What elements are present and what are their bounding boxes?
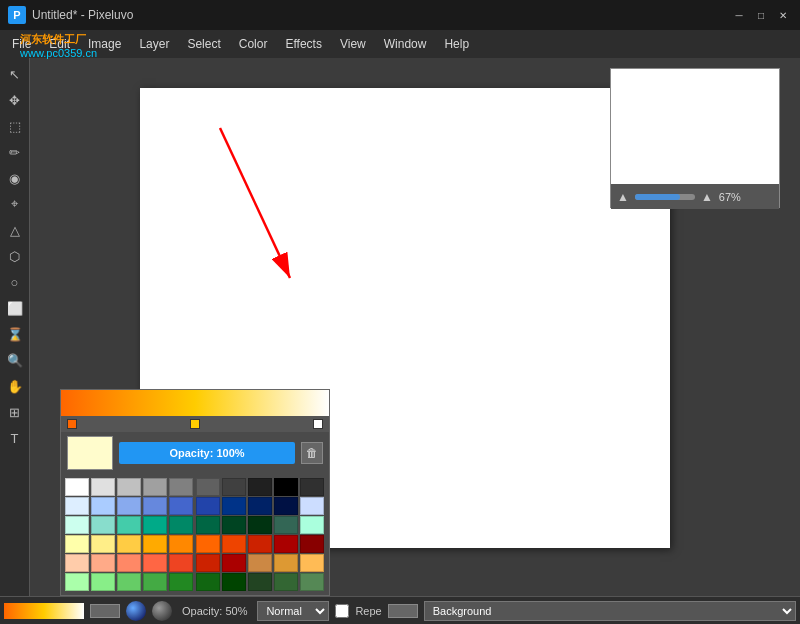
tool-button[interactable]: 🔍 bbox=[3, 348, 27, 372]
tool-button[interactable]: ◉ bbox=[3, 166, 27, 190]
color-swatch[interactable] bbox=[169, 554, 193, 572]
color-swatch[interactable] bbox=[117, 554, 141, 572]
color-swatch[interactable] bbox=[91, 554, 115, 572]
color-swatch[interactable] bbox=[248, 535, 272, 553]
opacity-control[interactable]: Opacity: 100% bbox=[119, 442, 295, 464]
color-swatch[interactable] bbox=[274, 554, 298, 572]
color-swatch[interactable] bbox=[274, 573, 298, 591]
color-swatch[interactable] bbox=[274, 535, 298, 553]
tool-button[interactable]: ⬡ bbox=[3, 244, 27, 268]
menu-item-edit[interactable]: Edit bbox=[41, 33, 78, 55]
color-swatch[interactable] bbox=[117, 478, 141, 496]
color-swatch[interactable] bbox=[274, 497, 298, 515]
color-swatch[interactable] bbox=[196, 478, 220, 496]
color-swatch[interactable] bbox=[222, 516, 246, 534]
menu-item-layer[interactable]: Layer bbox=[131, 33, 177, 55]
color-swatch[interactable] bbox=[248, 554, 272, 572]
blend-mode-select[interactable]: NormalDissolveMultiplyScreenOverlay bbox=[257, 601, 329, 621]
color-swatch[interactable] bbox=[117, 535, 141, 553]
color-swatch[interactable] bbox=[65, 535, 89, 553]
menu-item-window[interactable]: Window bbox=[376, 33, 435, 55]
menu-item-color[interactable]: Color bbox=[231, 33, 276, 55]
tool-button[interactable]: ⬚ bbox=[3, 114, 27, 138]
delete-stop-button[interactable]: 🗑 bbox=[301, 442, 323, 464]
color-swatch[interactable] bbox=[222, 535, 246, 553]
color-swatch[interactable] bbox=[222, 478, 246, 496]
color-swatch[interactable] bbox=[274, 478, 298, 496]
minimize-button[interactable]: ─ bbox=[730, 6, 748, 24]
color-swatch[interactable] bbox=[143, 516, 167, 534]
tool-button[interactable]: T bbox=[3, 426, 27, 450]
color-swatch[interactable] bbox=[222, 554, 246, 572]
color-swatch[interactable] bbox=[196, 497, 220, 515]
tool-button[interactable]: ○ bbox=[3, 270, 27, 294]
color-swatch[interactable] bbox=[65, 497, 89, 515]
color-swatch[interactable] bbox=[300, 573, 324, 591]
color-swatch[interactable] bbox=[65, 554, 89, 572]
circle-icon[interactable] bbox=[152, 601, 172, 621]
color-swatch[interactable] bbox=[143, 497, 167, 515]
color-swatch[interactable] bbox=[65, 573, 89, 591]
menu-item-select[interactable]: Select bbox=[179, 33, 228, 55]
color-swatch[interactable] bbox=[274, 516, 298, 534]
color-swatch[interactable] bbox=[117, 573, 141, 591]
repeat-checkbox[interactable] bbox=[335, 604, 349, 618]
close-button[interactable]: ✕ bbox=[774, 6, 792, 24]
tool-button[interactable]: ⌖ bbox=[3, 192, 27, 216]
color-swatch[interactable] bbox=[91, 478, 115, 496]
color-rect[interactable] bbox=[90, 604, 120, 618]
tool-button[interactable]: ⬜ bbox=[3, 296, 27, 320]
menu-item-image[interactable]: Image bbox=[80, 33, 129, 55]
zoom-bar[interactable] bbox=[635, 194, 695, 200]
color-swatch[interactable] bbox=[169, 497, 193, 515]
menu-item-help[interactable]: Help bbox=[436, 33, 477, 55]
color-swatch[interactable] bbox=[143, 535, 167, 553]
tool-button[interactable]: ⌛ bbox=[3, 322, 27, 346]
menu-item-file[interactable]: File bbox=[4, 33, 39, 55]
stop-marker-right[interactable] bbox=[313, 419, 323, 429]
color-swatch[interactable] bbox=[169, 478, 193, 496]
color-swatch[interactable] bbox=[65, 516, 89, 534]
color-swatch[interactable] bbox=[300, 478, 324, 496]
color-swatch[interactable] bbox=[67, 436, 113, 470]
color-swatch[interactable] bbox=[300, 516, 324, 534]
color-swatch[interactable] bbox=[143, 554, 167, 572]
color-swatch[interactable] bbox=[117, 497, 141, 515]
color-swatch[interactable] bbox=[169, 573, 193, 591]
color-swatch[interactable] bbox=[91, 516, 115, 534]
color-swatch[interactable] bbox=[248, 497, 272, 515]
color-swatch[interactable] bbox=[222, 573, 246, 591]
color-swatch[interactable] bbox=[196, 535, 220, 553]
color-swatch[interactable] bbox=[196, 573, 220, 591]
tool-button[interactable]: △ bbox=[3, 218, 27, 242]
color-swatch[interactable] bbox=[169, 516, 193, 534]
color-swatch[interactable] bbox=[169, 535, 193, 553]
color-swatch[interactable] bbox=[248, 478, 272, 496]
color-swatch[interactable] bbox=[91, 497, 115, 515]
color-swatch[interactable] bbox=[222, 497, 246, 515]
color-swatch[interactable] bbox=[300, 535, 324, 553]
stop-marker-mid[interactable] bbox=[190, 419, 200, 429]
color-swatch[interactable] bbox=[196, 554, 220, 572]
color-swatch[interactable] bbox=[196, 516, 220, 534]
sphere-icon[interactable] bbox=[126, 601, 146, 621]
color-swatch[interactable] bbox=[143, 573, 167, 591]
tool-button[interactable]: ✏ bbox=[3, 140, 27, 164]
color-swatch[interactable] bbox=[248, 573, 272, 591]
color-swatch[interactable] bbox=[91, 573, 115, 591]
background-select[interactable]: BackgroundForegroundTransparent bbox=[424, 601, 796, 621]
color-swatch[interactable] bbox=[300, 497, 324, 515]
menu-item-view[interactable]: View bbox=[332, 33, 374, 55]
tool-button[interactable]: ✥ bbox=[3, 88, 27, 112]
color-swatch[interactable] bbox=[117, 516, 141, 534]
tool-button[interactable]: ↖ bbox=[3, 62, 27, 86]
color-swatch[interactable] bbox=[91, 535, 115, 553]
color-swatch[interactable] bbox=[248, 516, 272, 534]
gradient-bar[interactable] bbox=[61, 390, 329, 416]
gradient-thumbnail[interactable] bbox=[4, 603, 84, 619]
maximize-button[interactable]: □ bbox=[752, 6, 770, 24]
color-swatch[interactable] bbox=[143, 478, 167, 496]
menu-item-effects[interactable]: Effects bbox=[277, 33, 329, 55]
color-swatch[interactable] bbox=[300, 554, 324, 572]
color-swatch[interactable] bbox=[65, 478, 89, 496]
